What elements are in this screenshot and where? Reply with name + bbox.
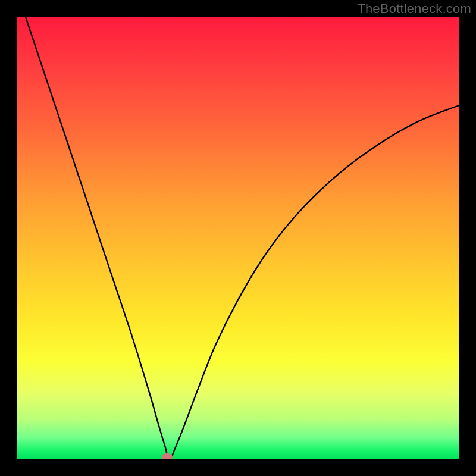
plot-area — [17, 17, 459, 459]
watermark-text: TheBottleneck.com — [357, 1, 471, 17]
chart-frame: TheBottleneck.com — [0, 0, 476, 476]
optimal-point-marker — [162, 453, 173, 459]
curve-layer — [17, 17, 459, 459]
bottleneck-curve-line — [26, 17, 459, 459]
